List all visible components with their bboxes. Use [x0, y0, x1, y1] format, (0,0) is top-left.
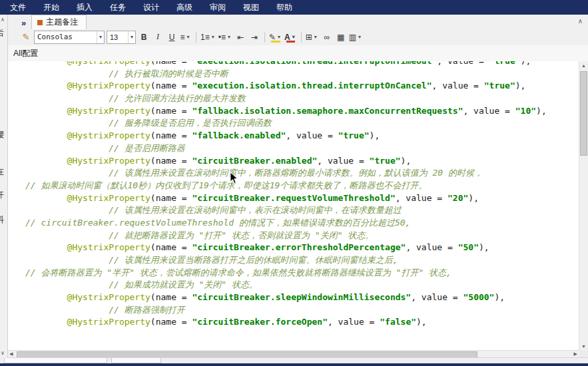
menu-item-4[interactable]: 任务 — [101, 0, 135, 15]
code-line: @HystrixProperty(name = "fallback.isolat… — [25, 105, 579, 118]
code-line: // circuitBreaker.requestVolumeThreshold… — [25, 217, 579, 230]
scroll-up-icon[interactable]: ▲ — [579, 63, 588, 68]
underline-button[interactable]: U — [166, 31, 178, 43]
bottom-tab-1[interactable] — [4, 358, 107, 363]
insert-table-button[interactable]: ⊞ ▾ — [306, 31, 319, 43]
insert-image-button[interactable]: ▦ — [335, 31, 347, 43]
collapse-ribbon-icon[interactable]: ∧ — [578, 17, 583, 25]
code-line: // 该属性用来设置在滚动时间窗中，表示在滚动时间窗中，在请求数量超过 — [25, 204, 579, 217]
menu-item-8[interactable]: 视图 — [234, 0, 268, 15]
chevron-down-icon: ▾ — [226, 34, 232, 40]
chevron-down-icon: ▾ — [97, 31, 104, 43]
highlight-color-swatch — [271, 41, 280, 43]
code-line: // 允许回调方法执行的最大并发数 — [25, 92, 579, 105]
link-icon: ∞ — [324, 33, 330, 42]
doc-tab-theme-notes[interactable]: 主题备注 — [31, 15, 87, 29]
code-line: // 该属性用来设置在滚动时间窗中，断路器熔断的最小请求数。例如，默认该值为 2… — [25, 167, 579, 180]
document-header: All配置 — [7, 45, 588, 62]
clipped-sidebar-text: 开 — [0, 190, 7, 201]
scroll-down-icon[interactable]: ▼ — [579, 344, 588, 349]
clipped-sidebar-text: 在 — [0, 166, 7, 178]
notebook-icon — [37, 20, 43, 25]
toolbar-separator — [301, 32, 302, 43]
collapsed-sidebar[interactable]: ∧ ∨ 后腰在开抖 — [0, 15, 8, 358]
numbered-list-icon: 1≡ — [200, 33, 210, 42]
indent-button[interactable]: ⇥ — [248, 31, 260, 43]
code-line: @HystrixProperty(name = "execution.isola… — [25, 80, 579, 92]
code-line: // 断路器强制打开 — [25, 304, 579, 317]
image-icon: ▦ — [337, 33, 344, 42]
toolbar-separator — [196, 32, 196, 43]
chevron-down-icon: ▾ — [210, 34, 216, 40]
code-line: @HystrixProperty(name = "circuitBreaker.… — [25, 316, 579, 329]
code-line: @HystrixProperty(name = "execution.isola… — [25, 61, 579, 68]
chevron-down-icon: ▾ — [312, 34, 319, 40]
scroll-up-icon[interactable]: ∧ — [1, 17, 5, 23]
menu-item-5[interactable]: 设计 — [135, 0, 168, 15]
clipped-sidebar-text: 后 — [0, 28, 7, 39]
attachment-icon: ▥ — [349, 33, 356, 42]
insert-attachment-button[interactable]: ▥ ▾ — [349, 31, 363, 43]
chevron-down-icon: ▾ — [276, 34, 282, 40]
outdent-button[interactable]: ⇤ — [234, 31, 246, 43]
bottom-tab-2[interactable] — [111, 358, 161, 363]
ribbon-tab-row: » 主题备注 ∧ — [0, 15, 588, 29]
scroll-down-icon[interactable]: ∨ — [1, 350, 5, 356]
menu-item-9[interactable]: 帮助 — [268, 0, 301, 15]
scroll-left-icon[interactable]: ◀ — [9, 351, 13, 357]
chevron-down-icon: ▾ — [185, 34, 192, 40]
chevron-down-icon: ▾ — [356, 34, 363, 40]
doc-tab-label: 主题备注 — [46, 17, 78, 28]
menu-item-6[interactable]: 高级 — [168, 0, 201, 15]
format-toolbar: ✎ Consolas ▾ 13 ▾ B I U ≡ ▾ 1≡ ▾ •≡ ▾ ⇤ … — [0, 29, 588, 45]
code-line: // 就把断路器设置为 "打开" 状态，否则就设置为 "关闭" 状态。 — [25, 230, 579, 242]
bottom-status-strip — [0, 363, 588, 366]
menu-item-7[interactable]: 审阅 — [201, 0, 234, 15]
clipped-sidebar-text: 腰 — [0, 129, 7, 140]
menu-item-2[interactable]: 开始 — [35, 0, 68, 15]
font-color-swatch — [286, 41, 295, 43]
code-line: @HystrixProperty(name = "circuitBreaker.… — [25, 242, 579, 254]
italic-button[interactable]: I — [152, 31, 164, 43]
menu-item-3[interactable]: 插入 — [68, 0, 101, 15]
scroll-right-icon[interactable]: ▶ — [574, 351, 577, 357]
code-line: // 执行被取消的时候是否中断 — [25, 68, 579, 81]
document-tab-all-config[interactable]: All配置 — [13, 48, 38, 59]
code-line: // 如果滚动时间窗（默认10秒）内仅收到了19个请求，即使这19个请求都失败了… — [25, 180, 579, 192]
code-line: @HystrixProperty(name = "circuitBreaker.… — [25, 155, 579, 168]
bullet-list-icon: •≡ — [218, 33, 226, 42]
highlight-color-button[interactable]: ✎ ▾ — [269, 31, 282, 43]
vertical-scrollbar[interactable]: ▲ ▼ — [579, 61, 588, 351]
content-area: All配置 @HystrixProperty(name = "execution… — [7, 45, 588, 358]
chevron-down-icon: ▾ — [290, 34, 297, 40]
insert-link-button[interactable]: ∞ — [321, 31, 333, 43]
code-line: // 如果成功就设置为 "关闭" 状态。 — [25, 279, 579, 291]
align-button[interactable]: ≡ ▾ — [180, 31, 192, 43]
bullet-list-button[interactable]: •≡ ▾ — [218, 31, 232, 43]
font-color-button[interactable]: A ▾ — [284, 31, 297, 43]
menu-item-1[interactable]: 文件 — [1, 0, 35, 15]
ribbon: » 主题备注 ∧ ✎ Consolas ▾ 13 ▾ B I U ≡ ▾ 1≡ … — [0, 15, 588, 46]
code-line: @HystrixProperty(name = "circuitBreaker.… — [25, 291, 579, 304]
code-line: // 会将断路器置为 "半开" 状态，尝试熔断的请求命令，如果依然失败就将断路器… — [25, 267, 579, 279]
toolbar-separator — [264, 32, 265, 43]
bottom-tab-bar — [0, 357, 588, 363]
menubar: 文件开始插入任务设计高级审阅视图帮助 — [0, 0, 588, 15]
table-icon: ⊞ — [306, 33, 312, 42]
vertical-scroll-thumb[interactable] — [580, 71, 587, 156]
expand-chevron-icon[interactable]: » — [21, 18, 26, 28]
format-painter-button[interactable]: ✎ — [20, 31, 32, 43]
code-line: @HystrixProperty(name = "circuitBreaker.… — [25, 192, 579, 205]
chevron-down-icon: ▾ — [128, 31, 135, 43]
font-size-select[interactable]: 13 ▾ — [107, 31, 136, 44]
clipped-sidebar-text: 抖 — [0, 214, 7, 226]
code-line: // 该属性用来设置当断路器打开之后的休眠时间窗。休眠时间窗结束之后, — [25, 254, 579, 267]
code-line: // 是否启用断路器 — [25, 142, 579, 155]
code-line: @HystrixProperty(name = "fallback.enable… — [25, 130, 579, 142]
code-editor[interactable]: @HystrixProperty(name = "execution.isola… — [7, 61, 579, 351]
font-name-select[interactable]: Consolas ▾ — [34, 31, 105, 44]
align-icon: ≡ — [180, 33, 184, 42]
code-line: // 服务降级是否启用，是否执行回调函数 — [25, 117, 579, 130]
numbered-list-button[interactable]: 1≡ ▾ — [200, 31, 216, 43]
bold-button[interactable]: B — [138, 31, 150, 43]
